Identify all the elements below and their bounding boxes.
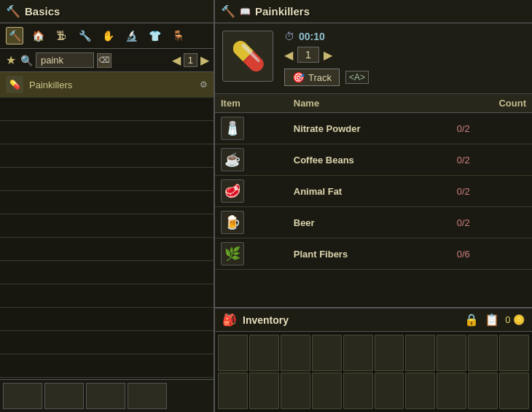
recipe-item-name: Painkillers <box>29 79 197 90</box>
ing-item-icon-cell: 🧂 <box>215 113 288 144</box>
inventory-cell[interactable] <box>249 373 279 409</box>
inventory-cell[interactable] <box>405 373 435 409</box>
track-keybind: <A> <box>345 71 369 84</box>
cat-wrench[interactable]: 🔧 <box>76 27 93 44</box>
ingredients-table: Item Name Count 🧂 Nitrate Powder 0/2 ☕ C… <box>215 94 532 270</box>
track-icon: 🎯 <box>292 71 305 83</box>
craft-quantity: 1 <box>297 47 319 63</box>
inventory-grid <box>215 332 532 412</box>
empty-row-3 <box>0 144 214 168</box>
inventory-gold: 0 🪙 <box>505 314 525 325</box>
ing-name-cell: Animal Fat <box>288 176 451 207</box>
inventory-cell[interactable] <box>218 335 248 371</box>
ing-count-0: 0/2 <box>457 123 470 134</box>
ing-icon-2: 🥩 <box>221 179 244 203</box>
inventory-cell[interactable] <box>218 373 248 409</box>
ing-count-3: 0/2 <box>457 217 470 228</box>
inventory-cell[interactable] <box>249 335 279 371</box>
cat-tools[interactable]: 🗜 <box>52 27 70 44</box>
cat-chair[interactable]: 🪑 <box>169 27 187 44</box>
col-name: Name <box>288 94 451 113</box>
empty-row-2 <box>0 121 214 144</box>
painkillers-hammer-icon: 🔨 <box>221 4 235 18</box>
left-panel: 🔨 Basics 🔨 🏠 🗜 🔧 ✋ 🔬 👕 🪑 ★ 🔍 ⌫ ◀ 1 ▶ <box>0 0 215 412</box>
inventory-cell[interactable] <box>281 335 310 371</box>
clear-search-button[interactable]: ⌫ <box>97 53 112 68</box>
cat-shirt[interactable]: 👕 <box>146 27 163 44</box>
ing-count-cell: 0/2 <box>451 144 532 176</box>
prev-arrow[interactable]: ◀ <box>172 53 181 67</box>
qty-increase-button[interactable]: ▶ <box>324 48 332 62</box>
inventory-title: Inventory <box>243 314 289 326</box>
recipe-list: 💊 Painkillers ⚙ <box>0 72 214 379</box>
table-row: 🍺 Beer 0/2 <box>215 207 532 238</box>
empty-row-12 <box>0 354 214 378</box>
search-row: ★ 🔍 ⌫ ◀ 1 ▶ <box>0 49 214 72</box>
recipe-item-painkillers[interactable]: 💊 Painkillers ⚙ <box>0 72 214 98</box>
inventory-cell[interactable] <box>468 335 498 371</box>
track-button[interactable]: 🎯 Track <box>284 69 340 86</box>
ing-icon-4: 🌿 <box>221 242 244 265</box>
qty-decrease-button[interactable]: ◀ <box>284 48 293 62</box>
inventory-bag-icon: 🎒 <box>222 313 237 327</box>
craft-time: 00:10 <box>299 31 325 42</box>
bottom-cell-4 <box>128 383 167 409</box>
inventory-cell[interactable] <box>281 373 310 409</box>
cat-house[interactable]: 🏠 <box>29 27 47 44</box>
cat-microscope[interactable]: 🔬 <box>122 27 140 44</box>
search-icon[interactable]: 🔍 <box>20 55 33 66</box>
inventory-sort-icon[interactable]: 📋 <box>485 313 499 327</box>
inventory-cell[interactable] <box>499 373 529 409</box>
col-item: Item <box>215 94 288 113</box>
bottom-cell-1 <box>3 383 42 409</box>
craft-details: ⏱ 00:10 ◀ 1 ▶ 🎯 Track <A> <box>284 31 525 86</box>
inventory-cell[interactable] <box>312 335 342 371</box>
inventory-cell[interactable] <box>437 373 466 409</box>
bottom-cell-2 <box>44 383 84 409</box>
next-arrow[interactable]: ▶ <box>200 53 209 67</box>
favorites-star-button[interactable]: ★ <box>4 52 17 69</box>
craft-buttons-row: 🎯 Track <A> <box>284 69 525 86</box>
inventory-section: 🎒 Inventory 🔒 📋 0 🪙 <box>215 307 532 412</box>
right-panel: 🔨 📖 Painkillers 💊 ⏱ 00:10 ◀ 1 ▶ <box>215 0 532 412</box>
inventory-cell[interactable] <box>468 373 498 409</box>
inventory-cell[interactable] <box>312 373 342 409</box>
inventory-cell[interactable] <box>375 335 404 371</box>
ing-name-cell: Coffee Beans <box>288 144 451 176</box>
nav-count: 1 <box>184 53 197 67</box>
cat-hammer[interactable]: 🔨 <box>6 27 23 44</box>
ing-name-1: Coffee Beans <box>294 155 354 166</box>
table-row: 🌿 Plant Fibers 0/6 <box>215 238 532 270</box>
right-panel-header: 🔨 📖 Painkillers <box>215 0 532 23</box>
inventory-controls: 🔒 📋 0 🪙 <box>464 313 525 327</box>
recipe-item-extra-icon: ⚙ <box>200 79 208 90</box>
ing-count-4: 0/6 <box>457 249 470 260</box>
table-header-row: Item Name Count <box>215 94 532 113</box>
empty-row-4 <box>0 168 214 191</box>
empty-row-5 <box>0 191 214 214</box>
inventory-cell[interactable] <box>437 335 466 371</box>
inventory-cell[interactable] <box>405 335 435 371</box>
left-panel-header: 🔨 Basics <box>0 0 214 23</box>
cat-hand[interactable]: ✋ <box>99 27 117 44</box>
craft-quantity-row: ◀ 1 ▶ <box>284 47 525 63</box>
empty-row-11 <box>0 331 214 354</box>
basics-hammer-icon: 🔨 <box>6 4 20 18</box>
ing-name-2: Animal Fat <box>294 186 342 197</box>
ing-count-cell: 0/2 <box>451 176 532 207</box>
search-input[interactable] <box>36 53 94 68</box>
inventory-cell[interactable] <box>375 373 404 409</box>
craft-item-icon: 💊 <box>222 31 273 82</box>
inventory-cell[interactable] <box>343 373 373 409</box>
ing-count-cell: 0/2 <box>451 207 532 238</box>
ing-item-icon-cell: 🍺 <box>215 207 288 238</box>
inventory-cell[interactable] <box>499 335 529 371</box>
ing-icon-1: ☕ <box>221 148 244 171</box>
bottom-cell-3 <box>86 383 125 409</box>
inventory-lock-icon[interactable]: 🔒 <box>464 313 479 327</box>
inventory-cell[interactable] <box>343 335 373 371</box>
ing-name-cell: Nitrate Powder <box>288 113 451 144</box>
ing-name-3: Beer <box>294 217 315 228</box>
craft-area: 💊 ⏱ 00:10 ◀ 1 ▶ 🎯 Track <A> <box>215 23 532 94</box>
clock-icon: ⏱ <box>284 31 294 42</box>
